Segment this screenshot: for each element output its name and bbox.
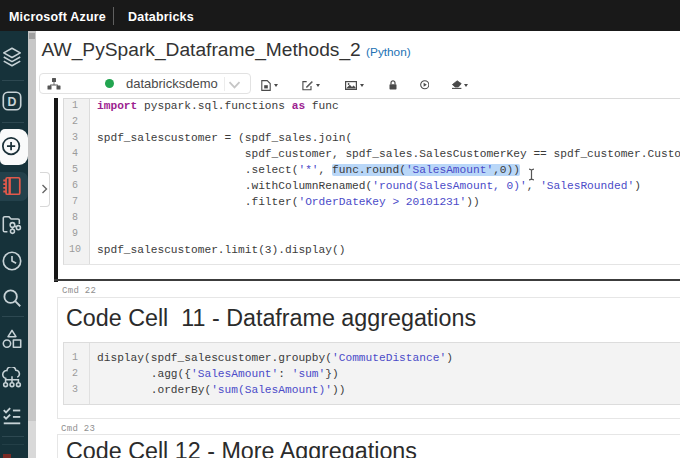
svg-text:D: D — [8, 95, 17, 109]
